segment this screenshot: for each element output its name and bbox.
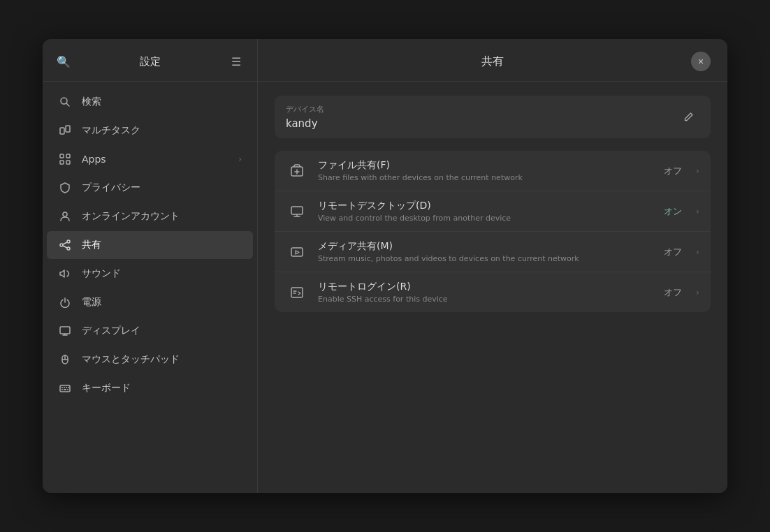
remote-desktop-text: リモートデスクトップ(D) View and control the deskt… [318,200,654,223]
settings-window: 🔍 設定 ☰ 検索 [43,39,727,493]
remote-desktop-icon [286,200,308,223]
svg-rect-20 [60,385,70,392]
media-sharing-title: メディア共有(M) [318,240,654,253]
close-button[interactable]: × [691,52,711,71]
media-sharing-status: オフ [664,246,682,258]
svg-rect-14 [60,327,70,334]
file-sharing-chevron-icon: › [696,165,699,176]
account-icon [58,209,72,223]
remote-desktop-title: リモートデスクトップ(D) [318,200,654,212]
sidebar-item-sound-label: サウンド [82,267,121,280]
remote-login-chevron-icon: › [696,287,699,297]
sidebar-item-power[interactable]: 電源 [47,288,253,316]
sidebar-item-keyboard-label: キーボード [82,382,131,394]
sidebar-nav: 検索 マルチタスク [43,82,257,493]
remote-login-icon [286,281,308,304]
remote-login-text: リモートログイン(R) Enable SSH access for this d… [318,281,654,304]
setting-row-remote-login[interactable]: リモートログイン(R) Enable SSH access for this d… [275,272,711,312]
device-name-card: デバイス名 kandy [275,96,711,138]
svg-rect-31 [291,207,303,214]
svg-rect-6 [60,161,64,164]
remote-desktop-desc: View and control the desktop from anothe… [318,214,654,223]
apps-icon [58,152,72,166]
edit-device-name-button[interactable] [677,106,699,128]
main-content: 共有 × デバイス名 kandy [258,39,727,493]
setting-row-file-sharing[interactable]: ファイル共有(F) Share files with other devices… [275,151,711,191]
svg-rect-35 [291,288,303,297]
svg-rect-2 [60,128,64,134]
search-button[interactable]: 🔍 [54,52,73,71]
remote-desktop-chevron-icon: › [696,206,699,216]
file-sharing-title: ファイル共有(F) [318,159,654,172]
power-icon [58,295,72,309]
sidebar-item-apps[interactable]: Apps › [47,145,253,173]
sidebar-item-online-account[interactable]: オンラインアカウント [47,202,253,230]
share-icon [58,238,72,252]
svg-point-8 [63,212,67,216]
device-name-value: kandy [286,117,324,130]
media-sharing-chevron-icon: › [696,246,699,257]
sidebar-item-multitask-label: マルチタスク [82,124,140,137]
sidebar-item-sound[interactable]: サウンド [47,260,253,288]
file-sharing-desc: Share files with other devices on the cu… [318,173,654,182]
svg-line-1 [66,103,69,106]
privacy-icon [58,181,72,195]
svg-rect-3 [66,126,70,132]
sidebar-item-display[interactable]: ディスプレイ [47,317,253,345]
sidebar-header: 🔍 設定 ☰ [43,39,257,82]
menu-button[interactable]: ☰ [226,52,246,71]
svg-rect-34 [291,248,303,256]
main-body: デバイス名 kandy [258,82,727,493]
page-title: 共有 [294,54,691,69]
main-header: 共有 × [258,39,727,82]
sidebar: 🔍 設定 ☰ 検索 [43,39,258,493]
device-name-label: デバイス名 [286,104,324,114]
media-sharing-desc: Stream music, photos and videos to devic… [318,254,654,263]
svg-line-12 [63,242,67,244]
sidebar-item-display-label: ディスプレイ [82,325,140,337]
sidebar-item-search-label: 検索 [82,96,101,108]
setting-row-remote-desktop[interactable]: リモートデスクトップ(D) View and control the deskt… [275,191,711,232]
remote-login-title: リモートログイン(R) [318,281,654,293]
svg-line-13 [63,246,67,248]
sidebar-item-privacy[interactable]: プライバシー [47,174,253,202]
file-sharing-text: ファイル共有(F) Share files with other devices… [318,159,654,182]
media-sharing-text: メディア共有(M) Stream music, photos and video… [318,240,654,263]
sidebar-item-apps-label: Apps [82,154,106,165]
svg-rect-4 [60,154,64,158]
svg-rect-7 [66,161,70,164]
sidebar-item-keyboard[interactable]: キーボード [47,374,253,402]
keyboard-icon [58,381,72,395]
remote-login-desc: Enable SSH access for this device [318,295,654,304]
sidebar-item-mouse-label: マウスとタッチパッド [82,353,180,366]
sidebar-item-multitask[interactable]: マルチタスク [47,117,253,145]
device-name-info: デバイス名 kandy [286,104,324,130]
sidebar-item-sharing-label: 共有 [82,239,101,251]
settings-list: ファイル共有(F) Share files with other devices… [275,151,711,312]
mouse-icon [58,353,72,367]
file-sharing-status: オフ [664,165,682,177]
svg-point-11 [67,247,70,250]
setting-row-media-sharing[interactable]: メディア共有(M) Stream music, photos and video… [275,232,711,272]
sidebar-item-mouse[interactable]: マウスとタッチパッド [47,346,253,374]
remote-login-status: オフ [664,286,682,299]
sidebar-item-privacy-label: プライバシー [82,182,140,194]
svg-rect-5 [66,154,70,158]
sidebar-item-search[interactable]: 検索 [47,88,253,116]
sidebar-item-power-label: 電源 [82,296,101,309]
edit-icon [683,112,694,122]
sidebar-item-online-account-label: オンラインアカウント [82,210,180,223]
remote-desktop-status: オン [664,205,682,218]
media-sharing-icon [286,241,308,263]
svg-point-10 [60,244,63,246]
svg-point-9 [67,240,70,243]
sidebar-item-sharing[interactable]: 共有 [47,231,253,259]
apps-chevron-icon: › [238,154,242,164]
sidebar-title: 設定 [140,55,161,68]
sound-icon [58,267,72,281]
file-sharing-icon [286,160,308,182]
display-icon [58,324,72,338]
search-icon [58,95,72,109]
multitask-icon [58,124,72,138]
